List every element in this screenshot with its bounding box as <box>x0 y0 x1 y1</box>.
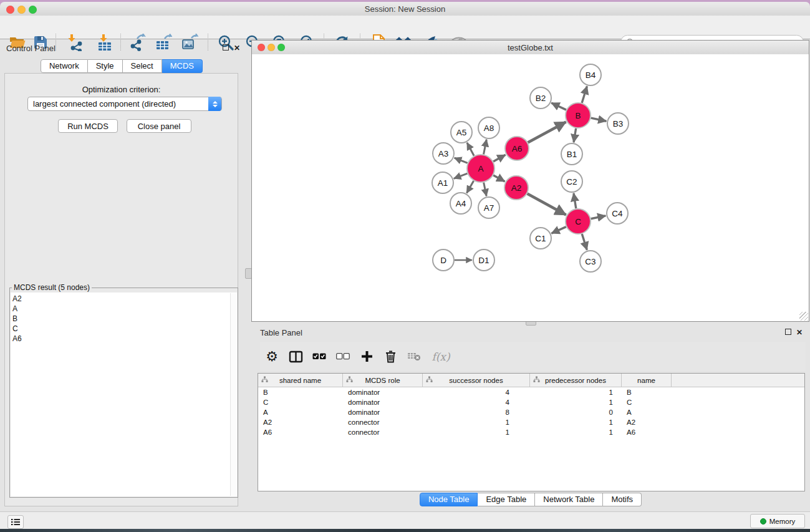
network-node-C1[interactable]: C1 <box>530 228 551 249</box>
network-node-C4[interactable]: C4 <box>607 203 628 224</box>
network-canvas[interactable]: AA1A2A3A4A5A6A7A8BB1B2B3B4CC1C2C3C4DD1 <box>252 54 809 321</box>
table-row[interactable]: A2connector11A2 <box>258 417 804 427</box>
network-node-A5[interactable]: A5 <box>451 122 472 143</box>
tab-select[interactable]: Select <box>123 59 162 73</box>
network-edge[interactable] <box>467 143 474 156</box>
float-panel-icon[interactable] <box>785 329 791 335</box>
export-network-icon[interactable] <box>127 32 148 52</box>
network-edge[interactable] <box>484 183 487 196</box>
network-node-B4[interactable]: B4 <box>580 64 601 85</box>
network-node-A[interactable]: A <box>467 155 494 182</box>
tab-style[interactable]: Style <box>88 59 123 73</box>
show-panels-button[interactable] <box>7 515 24 529</box>
network-edge[interactable] <box>582 234 587 250</box>
close-panel-icon[interactable]: ✕ <box>796 329 803 336</box>
result-item[interactable]: B <box>12 314 237 324</box>
network-node-B2[interactable]: B2 <box>530 87 551 109</box>
run-mcds-button[interactable]: Run MCDS <box>58 119 118 133</box>
tab-network-table[interactable]: Network Table <box>535 493 603 506</box>
table-row[interactable]: Bdominator41B <box>258 387 804 397</box>
column-header-mcds-role[interactable]: MCDS role <box>343 374 423 387</box>
result-item[interactable]: A2 <box>12 294 237 304</box>
mcds-result-list[interactable]: A2ABCA6 <box>11 293 237 496</box>
export-table-icon[interactable] <box>153 32 174 52</box>
tab-mcds[interactable]: MCDS <box>162 59 203 73</box>
network-edge[interactable] <box>591 216 606 219</box>
node-table[interactable]: shared nameMCDS rolesuccessor nodesprede… <box>258 373 805 491</box>
column-header-name[interactable]: name <box>622 374 672 387</box>
network-edge[interactable] <box>551 227 566 234</box>
network-edge[interactable] <box>493 175 504 181</box>
network-graph[interactable]: AA1A2A3A4A5A6A7A8BB1B2B3B4CC1C2C3C4DD1 <box>252 54 809 321</box>
delete-table-icon[interactable] <box>402 346 426 368</box>
table-cell: 4 <box>423 389 530 396</box>
scrollbar[interactable] <box>230 293 236 496</box>
network-edge[interactable] <box>551 103 566 110</box>
table-row[interactable]: Adominator80A <box>258 407 804 417</box>
network-node-C3[interactable]: C3 <box>580 251 601 272</box>
network-edge[interactable] <box>454 173 468 178</box>
network-edge[interactable] <box>493 155 505 162</box>
memory-button[interactable]: Memory <box>750 514 805 528</box>
network-edge[interactable] <box>528 122 566 142</box>
column-header-label: successor nodes <box>449 377 503 384</box>
network-node-B3[interactable]: B3 <box>607 113 629 134</box>
tab-motifs[interactable]: Motifs <box>603 493 642 506</box>
network-node-A8[interactable]: A8 <box>478 117 499 138</box>
column-header-predecessor-nodes[interactable]: predecessor nodes <box>530 374 622 387</box>
network-node-B[interactable]: B <box>566 103 591 128</box>
export-image-icon[interactable] <box>179 32 200 52</box>
network-node-A4[interactable]: A4 <box>450 193 471 214</box>
network-node-C[interactable]: C <box>566 209 591 234</box>
select-all-icon[interactable] <box>307 346 331 368</box>
status-bar: Memory <box>0 511 810 530</box>
tab-network[interactable]: Network <box>41 59 88 73</box>
column-header-shared-name[interactable]: shared name <box>258 374 343 387</box>
close-panel-button[interactable]: Close panel <box>127 119 191 133</box>
node-label: B3 <box>613 119 624 128</box>
import-network-icon[interactable] <box>65 32 86 52</box>
titlebar[interactable]: Session: New Session <box>0 2 810 16</box>
table-panel-title: Table Panel <box>260 328 302 337</box>
column-view-icon[interactable] <box>284 346 307 368</box>
network-edge[interactable] <box>574 193 576 208</box>
add-column-icon[interactable] <box>355 346 378 368</box>
network-edge[interactable] <box>466 181 473 193</box>
network-node-A6[interactable]: A6 <box>505 137 529 160</box>
result-item[interactable]: C <box>12 324 237 334</box>
network-edge[interactable] <box>528 194 566 215</box>
network-node-B1[interactable]: B1 <box>561 143 582 165</box>
network-edge[interactable] <box>574 128 576 143</box>
network-edge[interactable] <box>455 158 468 163</box>
resize-grip-icon[interactable] <box>799 312 808 321</box>
delete-icon[interactable] <box>378 346 402 368</box>
network-edge[interactable] <box>484 140 487 155</box>
close-panel-icon[interactable]: ✕ <box>234 44 240 52</box>
float-panel-icon[interactable] <box>223 44 229 51</box>
criterion-select[interactable]: largest connected component (directed) <box>27 97 222 111</box>
network-node-A2[interactable]: A2 <box>504 176 528 200</box>
network-node-A7[interactable]: A7 <box>478 197 499 218</box>
network-node-C2[interactable]: C2 <box>561 171 582 192</box>
table-cell: 1 <box>423 418 530 426</box>
table-cell: 1 <box>530 399 622 406</box>
network-edge[interactable] <box>582 86 587 103</box>
gear-icon[interactable]: ⚙ <box>260 346 284 368</box>
result-item[interactable]: A6 <box>12 334 237 344</box>
network-window-titlebar[interactable]: testGlobe.txt <box>252 41 809 55</box>
tab-node-table[interactable]: Node Table <box>420 493 478 506</box>
column-header-successor-nodes[interactable]: successor nodes <box>423 374 530 387</box>
network-edge[interactable] <box>591 118 607 121</box>
tab-edge-table[interactable]: Edge Table <box>478 493 535 506</box>
import-table-icon[interactable] <box>94 32 115 52</box>
network-node-D1[interactable]: D1 <box>473 249 494 271</box>
result-item[interactable]: A <box>12 304 237 314</box>
network-node-A3[interactable]: A3 <box>433 143 454 164</box>
deselect-all-icon[interactable] <box>331 346 355 368</box>
table-row[interactable]: Cdominator41C <box>258 397 804 407</box>
table-row[interactable]: A6connector11A6 <box>258 427 804 437</box>
network-node-D[interactable]: D <box>433 249 454 271</box>
function-builder-icon[interactable]: f(x) <box>426 346 456 368</box>
network-node-A1[interactable]: A1 <box>432 172 453 193</box>
main-toolbar <box>0 16 810 39</box>
